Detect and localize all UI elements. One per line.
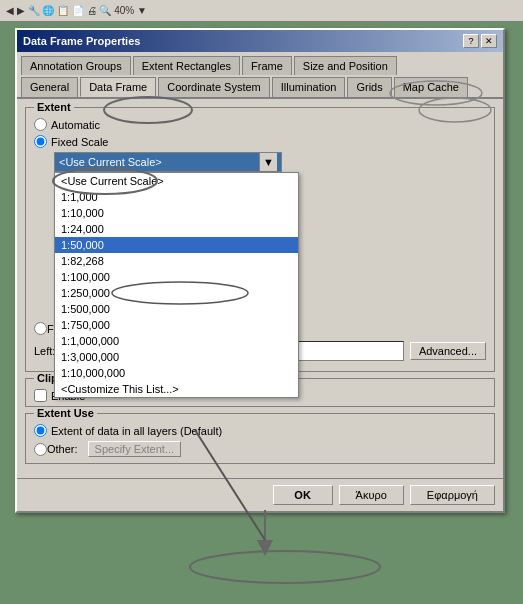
radio-other-label: Other: — [47, 443, 78, 455]
radio-default-extent[interactable] — [34, 424, 47, 437]
advanced-button[interactable]: Advanced... — [410, 342, 486, 360]
radio-automatic-row: Automatic — [34, 118, 486, 131]
extent-use-content: Extent of data in all layers (Default) O… — [34, 424, 486, 457]
radio-default-label: Extent of data in all layers (Default) — [51, 425, 222, 437]
scale-option-1000000[interactable]: 1:1,000,000 — [55, 333, 298, 349]
scale-option-500000[interactable]: 1:500,000 — [55, 301, 298, 317]
tab-extent-rectangles[interactable]: Extent Rectangles — [133, 56, 240, 75]
scale-option-10000[interactable]: 1:10,000 — [55, 205, 298, 221]
scale-option-50000[interactable]: 1:50,000 — [55, 237, 298, 253]
extent-use-groupbox: Extent Use Extent of data in all layers … — [25, 413, 495, 464]
tab-general[interactable]: General — [21, 77, 78, 97]
radio-automatic[interactable] — [34, 118, 47, 131]
dialog-window: Data Frame Properties ? ✕ Annotation Gro… — [15, 28, 505, 513]
tabs-row1-container: Annotation Groups Extent Rectangles Fram… — [17, 52, 503, 75]
tab-size-position[interactable]: Size and Position — [294, 56, 397, 75]
close-button[interactable]: ✕ — [481, 34, 497, 48]
tab-coordinate-system[interactable]: Coordinate System — [158, 77, 270, 97]
extent-groupbox-content: Automatic Fixed Scale <Use Current Scale… — [34, 118, 486, 361]
extent-group-title: Extent — [34, 101, 74, 113]
apply-button[interactable]: Εφαρμογή — [410, 485, 495, 505]
scale-option-24000[interactable]: 1:24,000 — [55, 221, 298, 237]
scale-option-1000[interactable]: 1:1,000 — [55, 189, 298, 205]
scale-option-customize[interactable]: <Customize This List...> — [55, 381, 298, 397]
titlebar-buttons: ? ✕ — [463, 34, 497, 48]
radio-fixed-scale[interactable] — [34, 135, 47, 148]
ok-button[interactable]: OK — [273, 485, 333, 505]
help-button[interactable]: ? — [463, 34, 479, 48]
scale-option-current[interactable]: <Use Current Scale> — [55, 173, 298, 189]
dialog-title: Data Frame Properties — [23, 35, 140, 47]
tab-map-cache[interactable]: Map Cache — [394, 77, 468, 97]
tab-frame[interactable]: Frame — [242, 56, 292, 75]
radio-automatic-label: Automatic — [51, 119, 100, 131]
dialog-footer: OK Άκυρο Εφαρμογή — [17, 478, 503, 511]
scale-dropdown[interactable]: <Use Current Scale> ▼ — [54, 152, 282, 172]
scale-option-3000000[interactable]: 1:3,000,000 — [55, 349, 298, 365]
radio-other-extent[interactable] — [34, 443, 47, 456]
tabs-row1: Annotation Groups Extent Rectangles Fram… — [21, 56, 499, 75]
tabs-row2-container: General Data Frame Coordinate System Ill… — [17, 75, 503, 99]
extent-use-title: Extent Use — [34, 407, 97, 419]
cancel-button[interactable]: Άκυρο — [339, 485, 404, 505]
radio-fixed-scale-row: Fixed Scale — [34, 135, 486, 148]
scale-option-750000[interactable]: 1:750,000 — [55, 317, 298, 333]
enable-clip-checkbox[interactable] — [34, 389, 47, 402]
toolbar: ◀ ▶ 🔧 🌐 📋 📄 🖨 🔍 40% ▼ — [0, 0, 523, 22]
tab-grids[interactable]: Grids — [347, 77, 391, 97]
scale-option-82268[interactable]: 1:82,268 — [55, 253, 298, 269]
tabs-row2: General Data Frame Coordinate System Ill… — [21, 77, 499, 97]
tab-data-frame[interactable]: Data Frame — [80, 77, 156, 97]
svg-point-5 — [190, 551, 380, 583]
radio-fixed-b[interactable] — [34, 322, 47, 335]
scale-dropdown-list: <Use Current Scale> 1:1,000 1:10,000 1:2… — [54, 172, 299, 398]
scale-option-100000[interactable]: 1:100,000 — [55, 269, 298, 285]
tab-illumination[interactable]: Illumination — [272, 77, 346, 97]
radio-fixed-scale-label: Fixed Scale — [51, 136, 108, 148]
radio-other-row: Other: Specify Extent... — [34, 441, 486, 457]
scale-option-250000[interactable]: 1:250,000 — [55, 285, 298, 301]
scale-option-10000000[interactable]: 1:10,000,000 — [55, 365, 298, 381]
tab-annotation-groups[interactable]: Annotation Groups — [21, 56, 131, 75]
dialog-body: Extent Automatic Fixed Scale <Use Curren… — [17, 99, 503, 478]
specify-extent-button[interactable]: Specify Extent... — [88, 441, 181, 457]
scale-dropdown-row: <Use Current Scale> ▼ <Use Current Scale… — [54, 152, 299, 172]
dropdown-arrow-icon[interactable]: ▼ — [259, 153, 277, 171]
scale-dropdown-value: <Use Current Scale> — [59, 156, 162, 168]
dialog-titlebar: Data Frame Properties ? ✕ — [17, 30, 503, 52]
radio-default-row: Extent of data in all layers (Default) — [34, 424, 486, 437]
extent-groupbox: Extent Automatic Fixed Scale <Use Curren… — [25, 107, 495, 372]
